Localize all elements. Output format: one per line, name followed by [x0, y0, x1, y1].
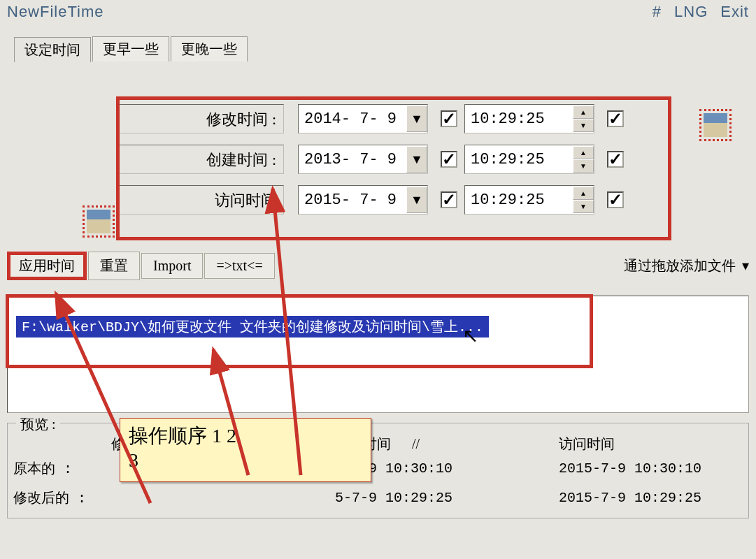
app-title: NewFileTime	[7, 3, 640, 21]
dropdown-icon[interactable]: ▼	[406, 106, 427, 132]
create-time-label: 创建时间 :	[119, 145, 284, 174]
tab-later[interactable]: 更晚一些	[171, 36, 248, 61]
preview-group: 预览 : 修改时间 创建时间 // 访问时间 原本的 : 5-7-9 10:30…	[7, 423, 749, 518]
preview-after-access: 2015-7-9 10:29:25	[559, 490, 741, 506]
create-date-checkbox[interactable]	[441, 151, 457, 168]
import-button[interactable]: Import	[141, 253, 203, 279]
preview-original-access: 2015-7-9 10:30:10	[559, 460, 741, 477]
access-time-checkbox[interactable]	[607, 191, 624, 208]
create-time-spinner[interactable]: 10:29:25 ▲▼	[464, 145, 594, 174]
modify-time-label: 修改时间 :	[119, 104, 284, 133]
access-date-dropdown[interactable]: 2015- 7- 9 ▼	[298, 185, 428, 215]
create-date-dropdown[interactable]: 2013- 7- 9 ▼	[298, 145, 428, 174]
modify-time-checkbox[interactable]	[607, 110, 624, 127]
annotation-note: 操作顺序 1 2 3	[120, 418, 371, 482]
dropdown-icon[interactable]: ▼	[406, 146, 427, 173]
titlebar: NewFileTime # LNG Exit	[0, 0, 756, 24]
annotation-note-line-1: 操作顺序 1 2	[129, 423, 362, 449]
preview-after-create: 5-7-9 10:29:25	[335, 490, 559, 506]
preview-header-access: 访问时间	[559, 435, 741, 453]
exit-button[interactable]: Exit	[720, 3, 749, 21]
access-time-row: 访问时间 2015- 7- 9 ▼ 10:29:25 ▲▼	[119, 184, 742, 215]
app-icon-button-2[interactable]	[83, 205, 115, 238]
spinner-down-icon[interactable]: ▼	[573, 119, 594, 132]
drag-hint[interactable]: 通过拖放添加文件 ▾	[624, 256, 749, 275]
preview-after-label: 修改后的 :	[13, 488, 111, 507]
access-time-spinner[interactable]: 10:29:25 ▲▼	[464, 185, 594, 215]
modify-time-row: 修改时间 : 2014- 7- 9 ▼ 10:29:25 ▲▼	[119, 103, 742, 134]
create-time-row: 创建时间 : 2013- 7- 9 ▼ 10:29:25 ▲▼	[119, 144, 742, 175]
spinner-down-icon[interactable]: ▼	[573, 200, 594, 213]
annotation-note-line-2: 3	[129, 449, 362, 472]
app-icon-button[interactable]	[699, 109, 732, 141]
access-time-label: 访问时间	[119, 185, 284, 215]
preview-original-label: 原本的 :	[13, 459, 111, 478]
chevron-down-icon: ▾	[742, 257, 749, 274]
time-panel: 修改时间 : 2014- 7- 9 ▼ 10:29:25 ▲▼ 创建时间 : 2…	[14, 103, 742, 215]
tabs: 设定时间 更早一些 更晚一些	[14, 36, 756, 61]
preview-legend: 预览 :	[16, 415, 60, 434]
preview-after-row: 修改后的 : 5-7-9 10:29:25 2015-7-9 10:29:25	[13, 483, 743, 512]
lng-button[interactable]: LNG	[674, 3, 708, 21]
modify-date-dropdown[interactable]: 2014- 7- 9 ▼	[298, 104, 428, 133]
file-selected-item[interactable]: F:\walker\BDJY\如何更改文件 文件夹的创建修改及访问时间\雪上..…	[16, 316, 489, 337]
access-date-checkbox[interactable]	[441, 191, 457, 208]
export-txt-button[interactable]: =>txt<=	[204, 253, 274, 279]
modify-time-spinner[interactable]: 10:29:25 ▲▼	[464, 104, 594, 133]
reset-button[interactable]: 重置	[88, 252, 140, 280]
create-time-checkbox[interactable]	[607, 151, 624, 168]
file-list[interactable]: F:\walker\BDJY\如何更改文件 文件夹的创建修改及访问时间\雪上..…	[7, 296, 749, 413]
spinner-down-icon[interactable]: ▼	[573, 159, 594, 173]
tab-set-time[interactable]: 设定时间	[14, 37, 91, 62]
apply-time-button[interactable]: 应用时间	[7, 252, 87, 280]
hash-button[interactable]: #	[652, 3, 662, 21]
spinner-up-icon[interactable]: ▲	[573, 187, 594, 200]
spinner-up-icon[interactable]: ▲	[573, 106, 594, 119]
spinner-up-icon[interactable]: ▲	[573, 146, 594, 159]
tab-earlier[interactable]: 更早一些	[92, 36, 169, 61]
modify-date-checkbox[interactable]	[441, 110, 457, 127]
preview-sep: //	[412, 436, 420, 451]
toolbar: 应用时间 重置 Import =>txt<= 通过拖放添加文件 ▾	[7, 252, 749, 280]
dropdown-icon[interactable]: ▼	[406, 187, 427, 213]
